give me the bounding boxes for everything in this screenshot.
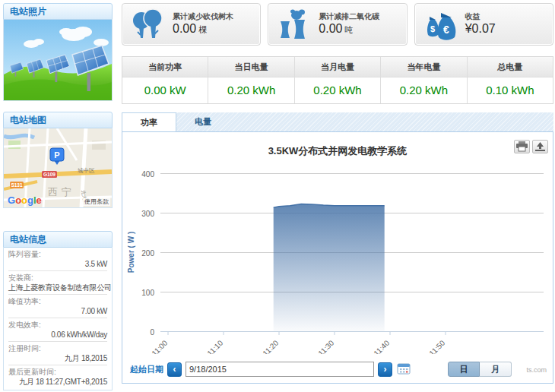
tab-power[interactable]: 功率 (122, 112, 176, 131)
chart-watermark: ts.com (526, 366, 547, 374)
stat-value: 0.10 kWh (468, 77, 553, 103)
eco-card-unit: 吨 (344, 25, 353, 34)
date-input[interactable] (186, 362, 374, 377)
info-label: 最后更新时间: (8, 368, 107, 377)
stat-total-energy: 总电量 0.10 kWh (467, 57, 553, 103)
svg-text:300: 300 (141, 210, 154, 218)
info-row-capacity: 阵列容量: 3.5 kW (8, 248, 107, 271)
stat-value: 0.00 kW (122, 77, 208, 103)
export-icon (534, 141, 547, 152)
cooling-towers-icon (276, 8, 311, 41)
dollar-glyph: $ (430, 24, 435, 33)
chart-tabs: 功率 电量 (122, 112, 553, 131)
chart-section: 功率 电量 3.5KW分布式并网发电教学系统 (122, 112, 553, 384)
stat-daily-energy: 当日电量 0.20 kWh (208, 57, 293, 103)
chart-toolbar (514, 140, 548, 153)
svg-text:11:20: 11:20 (261, 338, 280, 354)
eco-card-label: 累计减排二氧化碳 (319, 11, 379, 21)
left-sidebar: 电站照片 (3, 3, 113, 390)
svg-text:400: 400 (141, 170, 154, 179)
stat-header: 当前功率 (122, 57, 208, 77)
eco-card-unit: 棵 (198, 25, 207, 34)
info-value: 0.06 kWh/kW/day (8, 330, 107, 340)
svg-text:0: 0 (150, 328, 154, 337)
next-date-button[interactable]: › (378, 362, 392, 377)
info-value: 九月 18,2015 (8, 353, 107, 363)
map-terms-link[interactable]: 使用条款 (83, 198, 110, 206)
trees-icon (130, 8, 165, 41)
info-row-efficiency: 发电效率: 0.06 kWh/kW/day (8, 318, 107, 342)
month-range-button[interactable]: 月 (480, 362, 512, 377)
prev-date-button[interactable]: ‹ (167, 362, 182, 377)
info-panel-title: 电站信息 (10, 234, 46, 245)
stat-header: 当日电量 (208, 57, 293, 77)
svg-text:100: 100 (141, 289, 154, 297)
printer-icon (515, 141, 528, 152)
stat-yearly-energy: 当年电量 0.20 kWh (380, 57, 466, 103)
svg-text:11:30: 11:30 (316, 338, 335, 354)
photo-panel-title: 电站照片 (10, 6, 46, 17)
info-row-peak-power: 峰值功率: 7.00 kW (8, 295, 107, 318)
svg-text:Power ( W ): Power ( W ) (127, 232, 135, 273)
stat-value: 0.20 kWh (381, 77, 466, 103)
eco-card-label: 收益 (465, 11, 498, 21)
chart-panel: 3.5KW分布式并网发电教学系统 (122, 131, 553, 384)
info-label: 安装商: (8, 273, 107, 283)
eco-card-value: 0.00棵 (173, 21, 233, 37)
info-row-registered: 注册时间: 九月 18,2015 (8, 342, 107, 365)
eco-cards-row: 累计减少砍伐树木 0.00棵 累计减排二氧化碳 0.00吨 (122, 3, 553, 46)
eco-card-label: 累计减少砍伐树木 (173, 11, 233, 21)
google-logo[interactable]: Google (8, 194, 42, 206)
stat-header: 总电量 (468, 57, 553, 77)
info-label: 阵列容量: (8, 250, 107, 259)
trees-saved-card: 累计减少砍伐树木 0.00棵 (122, 3, 261, 46)
info-label: 发电效率: (8, 321, 107, 330)
svg-text:200: 200 (141, 249, 154, 258)
svg-text:11:00: 11:00 (150, 338, 169, 354)
print-button[interactable] (514, 140, 530, 153)
day-range-button[interactable]: 日 (448, 362, 480, 377)
stat-monthly-energy: 当月电量 0.20 kWh (294, 57, 380, 103)
svg-text:11:50: 11:50 (427, 338, 446, 354)
info-row-installer: 安装商: 上海上菱教育设备制造有限公司 (8, 271, 107, 295)
map-panel: 电站地图 (3, 112, 113, 208)
photo-panel: 电站照片 (3, 3, 113, 101)
svg-text:11:10: 11:10 (205, 338, 224, 354)
map-overlay: Google 使用条款 (4, 128, 112, 207)
main-area: 累计减少砍伐树木 0.00棵 累计减排二氧化碳 0.00吨 (122, 3, 553, 392)
euro-glyph: € (443, 24, 449, 36)
info-panel-body: 阵列容量: 3.5 kW 安装商: 上海上菱教育设备制造有限公司 峰值功率: 7… (3, 248, 113, 390)
station-photo (3, 20, 113, 101)
info-value: 上海上菱教育设备制造有限公司 (8, 283, 107, 292)
info-label: 峰值功率: (8, 297, 107, 306)
info-label: 注册时间: (8, 344, 107, 353)
pv-dashboard: 电站照片 (0, 0, 555, 392)
stat-header: 当月电量 (295, 57, 380, 77)
info-value: 九月 18 11:27,GMT+8,2015 (8, 377, 107, 387)
svg-text:11:40: 11:40 (372, 338, 391, 354)
energy-stats-row: 当前功率 0.00 kW 当日电量 0.20 kWh 当月电量 0.20 kWh… (122, 56, 553, 104)
stat-header: 当年电量 (381, 57, 466, 77)
calendar-icon (397, 362, 411, 375)
info-value: 3.5 kW (8, 259, 107, 269)
calendar-button[interactable] (396, 362, 411, 376)
photo-panel-header: 电站照片 (3, 3, 113, 20)
export-button[interactable] (532, 140, 548, 153)
map-panel-title: 电站地图 (10, 115, 46, 125)
tab-energy[interactable]: 电量 (176, 112, 230, 131)
info-row-last-update: 最后更新时间: 九月 18 11:27,GMT+8,2015 (8, 365, 107, 388)
info-panel-header: 电站信息 (3, 231, 113, 248)
co2-reduced-card: 累计减排二氧化碳 0.00吨 (268, 3, 407, 46)
map-panel-header: 电站地图 (3, 112, 113, 128)
chart-footer: 起始日期 ‹ › 日 (122, 357, 553, 383)
money-bags-icon: $ € (423, 8, 458, 41)
power-area-chart: 010020030040011:0011:1011:2011:3011:4011… (124, 163, 550, 354)
start-date-label: 起始日期 (130, 364, 163, 375)
range-toggle: 日 月 (448, 362, 512, 377)
eco-card-value: ¥0.07 (465, 21, 498, 37)
info-value: 7.00 kW (8, 306, 107, 316)
station-map[interactable]: G109 S131 城中区 北大街 西宁 P G (3, 128, 113, 208)
info-panel: 电站信息 阵列容量: 3.5 kW 安装商: 上海上菱教育设备制造有限公司 峰值… (3, 231, 113, 390)
stat-current-power: 当前功率 0.00 kW (122, 57, 208, 103)
revenue-card: $ € 收益 ¥0.07 (414, 3, 553, 46)
